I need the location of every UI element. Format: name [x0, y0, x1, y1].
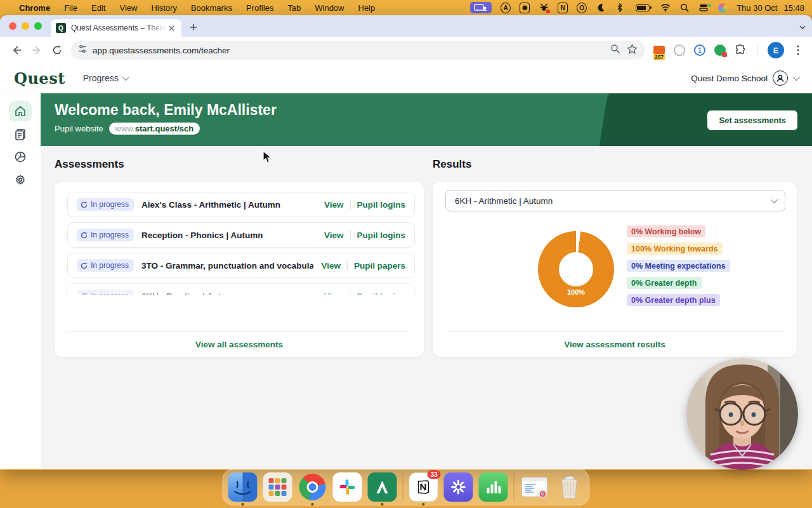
- tab-search-chevron-icon[interactable]: [799, 20, 806, 32]
- cleanshot-menu-icon[interactable]: A: [501, 3, 511, 13]
- pupil-logins-link[interactable]: Pupil logins: [357, 200, 406, 210]
- dock-launchpad-icon[interactable]: [263, 472, 292, 502]
- account-avatar-icon[interactable]: [773, 70, 788, 86]
- dock-minimized-window-thumbnail[interactable]: [520, 472, 549, 502]
- url-text[interactable]: app.questassessments.com/teacher: [93, 46, 610, 55]
- dock-chrome-icon[interactable]: [298, 472, 327, 502]
- results-card: 6KH - Arithmetic | Autumn 100% 0% Workin…: [433, 182, 797, 357]
- select-chevron-icon: [771, 196, 778, 203]
- quest-app-header: Quest Progress Quest Demo School: [0, 64, 812, 93]
- school-name: Quest Demo School: [691, 74, 768, 83]
- minimize-window-button[interactable]: [22, 22, 29, 30]
- ghost-extension-icon[interactable]: [673, 44, 686, 57]
- class-select-dropdown[interactable]: 6KH - Arithmetic | Autumn: [445, 190, 785, 211]
- legend-greater-depth-plus: 0% Greater depth plus: [627, 294, 720, 306]
- extensions-puzzle-icon[interactable]: [734, 44, 747, 57]
- view-link[interactable]: View: [324, 200, 344, 210]
- card-divider: [67, 331, 411, 331]
- menu-bookmarks[interactable]: Bookmarks: [191, 3, 232, 13]
- quest-logo[interactable]: Quest: [14, 69, 65, 88]
- status-badge: In progress: [77, 229, 134, 241]
- status-badge: In progress: [77, 198, 134, 211]
- presenter-webcam-bubble[interactable]: [686, 358, 798, 470]
- notion-badge-count: 33: [427, 470, 440, 479]
- menu-view[interactable]: View: [119, 3, 137, 13]
- battery-icon[interactable]: [634, 3, 652, 13]
- dock-slack-icon[interactable]: [333, 472, 362, 502]
- menu-bar-clock[interactable]: Thu 30 Oct 15:48: [737, 3, 804, 13]
- sidebar-item-settings[interactable]: [9, 170, 32, 190]
- dock-trash-icon[interactable]: [555, 472, 584, 502]
- menu-file[interactable]: File: [64, 3, 77, 13]
- pupil-url-path: start.quest/sch: [135, 124, 193, 133]
- tab-close-icon[interactable]: [166, 23, 176, 33]
- view-link[interactable]: View: [321, 261, 341, 271]
- screen-sharing-indicator-icon[interactable]: [470, 2, 492, 13]
- focus-moon-icon[interactable]: [596, 3, 606, 13]
- spotlight-search-icon[interactable]: [679, 3, 690, 13]
- welcome-title: Welcome back, Emily McAllister: [55, 102, 277, 119]
- menu-edit[interactable]: Edit: [91, 3, 105, 13]
- settings-app-menu-icon[interactable]: ✺: [520, 3, 530, 13]
- privacy-extension-icon[interactable]: [714, 44, 726, 57]
- forward-button[interactable]: [28, 41, 46, 59]
- menu-profiles[interactable]: Profiles: [246, 3, 273, 13]
- pupil-logins-link[interactable]: Pupil logins: [357, 231, 406, 240]
- bluetooth-icon[interactable]: [615, 3, 625, 13]
- close-window-button[interactable]: [9, 22, 16, 30]
- site-settings-tune-icon[interactable]: [77, 44, 88, 57]
- dock-finder-icon[interactable]: [228, 472, 258, 502]
- dock-notion-icon[interactable]: 33: [409, 472, 438, 502]
- pupil-papers-link[interactable]: Pupil papers: [354, 261, 405, 271]
- zoom-window-button[interactable]: [34, 22, 42, 30]
- browser-tab[interactable]: Q Quest Assessments – There': [51, 19, 181, 37]
- donut-hole: [559, 252, 593, 286]
- color-profile-menu-icon[interactable]: [717, 3, 728, 13]
- screenshot-extension-icon[interactable]: 257: [653, 44, 665, 57]
- bookmark-star-icon[interactable]: [627, 44, 638, 57]
- kebab-menu-icon[interactable]: [792, 44, 804, 57]
- view-link[interactable]: View: [324, 231, 344, 240]
- set-assessments-button[interactable]: Set assessments: [707, 110, 797, 130]
- reload-button[interactable]: [48, 41, 66, 59]
- nav-progress-dropdown[interactable]: Progress: [83, 73, 128, 83]
- pupil-website-url-badge[interactable]: www.start.quest/sch: [109, 123, 200, 135]
- menu-history[interactable]: History: [151, 3, 176, 13]
- address-bar[interactable]: app.questassessments.com/teacher: [71, 41, 645, 60]
- clock-date: Thu 30 Oct: [737, 3, 777, 13]
- dock-stats-app-icon[interactable]: [479, 472, 508, 502]
- new-tab-button[interactable]: [185, 19, 202, 36]
- sidebar-item-assessments[interactable]: [9, 124, 32, 144]
- assessment-row-clipped[interactable]: In progress 6KH - Reading | Autumn View …: [67, 283, 415, 295]
- status-badge: In progress: [77, 259, 134, 272]
- back-button[interactable]: [8, 41, 25, 59]
- view-all-assessments-link[interactable]: View all assessments: [195, 340, 283, 349]
- view-link[interactable]: View: [324, 291, 344, 295]
- menu-tab[interactable]: Tab: [287, 3, 301, 13]
- account-chevron-icon[interactable]: [793, 74, 800, 81]
- fly-app-menu-icon[interactable]: [539, 3, 549, 13]
- assessment-row[interactable]: In progress Reception - Phonics | Autumn…: [67, 222, 415, 248]
- sidebar-item-results[interactable]: [9, 147, 32, 167]
- dock-purple-asterisk-app-icon[interactable]: [444, 472, 473, 502]
- view-assessment-results-link[interactable]: View assessment results: [564, 340, 665, 349]
- menu-window[interactable]: Window: [315, 3, 344, 13]
- extensions-area: 257 1 E: [653, 42, 804, 58]
- browser-profile-avatar[interactable]: E: [768, 42, 784, 58]
- menu-extra-stack-icon[interactable]: [698, 3, 709, 13]
- pupil-logins-link[interactable]: Pupil logins: [357, 291, 406, 295]
- mouse-cursor: [263, 150, 273, 164]
- assessment-row[interactable]: In progress 3TO - Grammar, punctuation a…: [67, 253, 415, 278]
- menu-help[interactable]: Help: [358, 3, 376, 13]
- dock-quest-app-icon[interactable]: [368, 472, 397, 502]
- notion-menu-icon[interactable]: N: [558, 3, 568, 13]
- card-divider: [445, 331, 784, 331]
- sidebar-item-home[interactable]: [9, 101, 32, 121]
- assessment-row[interactable]: In progress Alex's Class - Arithmetic | …: [67, 192, 415, 217]
- menu-chrome[interactable]: Chrome: [19, 3, 50, 13]
- macos-menu-bar: Chrome File Edit View History Bookmarks …: [0, 0, 812, 15]
- search-this-page-icon[interactable]: [610, 44, 620, 57]
- onepassword-extension-icon[interactable]: 1: [693, 44, 706, 57]
- wifi-icon[interactable]: [660, 3, 671, 13]
- onepassword-menu-icon[interactable]: O: [577, 3, 587, 13]
